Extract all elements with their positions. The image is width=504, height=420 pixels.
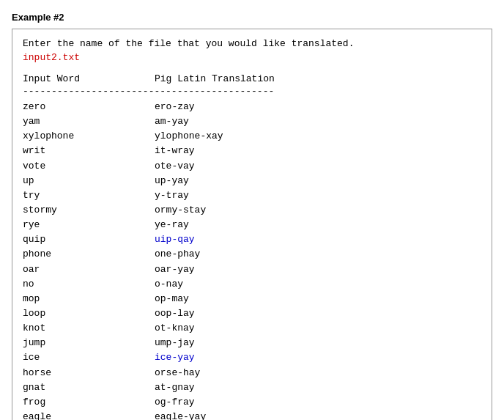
terminal-box: Enter the name of the file that you woul… [12,29,492,420]
word-cell: jump [23,336,155,350]
translation-cell: og-fray [155,395,195,410]
data-rows: zeroero-zayyamam-yayxylophoneylophone-xa… [23,100,481,420]
word-cell: yam [23,114,155,129]
table-row: eagleeagle-yay [23,410,481,420]
table-row: ryeye-ray [23,218,481,232]
column-header-input: Input Word [23,73,155,84]
table-row: quipuip-qay [23,232,481,247]
translation-cell: ero-zay [155,100,195,114]
table-row: loopoop-lay [23,306,481,321]
word-cell: zero [23,100,155,114]
divider: ----------------------------------------… [23,86,481,97]
table-row: upup-yay [23,174,481,188]
word-cell: writ [23,144,155,158]
translation-cell: oop-lay [155,306,195,321]
word-cell: frog [23,395,155,410]
table-row: knotot-knay [23,321,481,336]
translation-cell: uip-qay [155,232,195,247]
word-cell: loop [23,306,155,321]
word-cell: oar [23,262,155,277]
translation-cell: up-yay [155,174,189,188]
translation-cell: ote-vay [155,159,195,174]
translation-cell: at-gnay [155,380,195,395]
word-cell: ice [23,350,155,365]
translation-cell: ump-jay [155,336,195,350]
table-row: jumpump-jay [23,336,481,350]
word-cell: rye [23,218,155,232]
translation-cell: y-tray [155,188,189,203]
word-cell: mop [23,292,155,306]
translation-cell: oar-yay [155,262,195,277]
table-row: iceice-yay [23,350,481,365]
column-header-translation: Pig Latin Translation [155,73,275,84]
word-cell: vote [23,159,155,174]
table-row: writit-wray [23,144,481,158]
translation-cell: am-yay [155,114,189,129]
translation-cell: o-nay [155,277,183,292]
table-row: gnatat-gnay [23,380,481,395]
word-cell: try [23,188,155,203]
table-row: zeroero-zay [23,100,481,114]
translation-cell: ice-yay [155,350,195,365]
table-row: oaroar-yay [23,262,481,277]
table-row: voteote-vay [23,159,481,174]
word-cell: stormy [23,203,155,218]
translation-cell: ye-ray [155,218,189,232]
table-header: Input Word Pig Latin Translation [23,73,481,84]
input-filename: input2.txt [23,52,481,63]
translation-cell: ormy-stay [155,203,206,218]
word-cell: gnat [23,380,155,395]
word-cell: xylophone [23,129,155,144]
example-label: Example #2 [12,12,492,23]
translation-cell: ot-knay [155,321,195,336]
prompt-line: Enter the name of the file that you woul… [23,38,481,49]
word-cell: horse [23,366,155,380]
translation-cell: ylophone-xay [155,129,223,144]
word-cell: eagle [23,410,155,420]
table-row: noo-nay [23,277,481,292]
word-cell: up [23,174,155,188]
translation-cell: orse-hay [155,366,200,380]
translation-cell: op-may [155,292,189,306]
table-row: tryy-tray [23,188,481,203]
word-cell: knot [23,321,155,336]
table-row: xylophoneylophone-xay [23,129,481,144]
word-cell: quip [23,232,155,247]
table-row: mopop-may [23,292,481,306]
table-row: yamam-yay [23,114,481,129]
translation-cell: it-wray [155,144,195,158]
table-row: phoneone-phay [23,247,481,262]
translation-cell: one-phay [155,247,200,262]
word-cell: phone [23,247,155,262]
table-row: frogog-fray [23,395,481,410]
table-row: stormyormy-stay [23,203,481,218]
word-cell: no [23,277,155,292]
table-row: horseorse-hay [23,366,481,380]
translation-cell: eagle-yay [155,410,206,420]
